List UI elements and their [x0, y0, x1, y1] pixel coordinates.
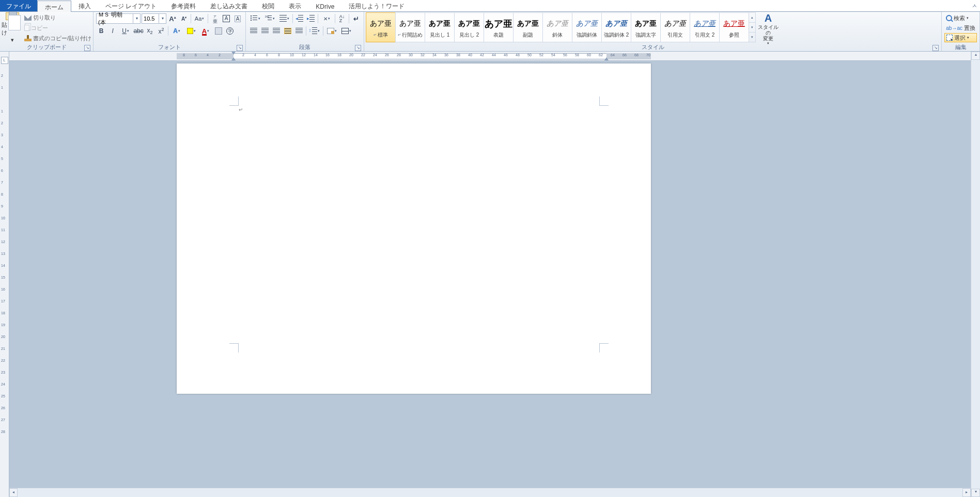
horizontal-scrollbar[interactable]: ◂ ▸ — [9, 488, 971, 497]
subscript-button[interactable]: x2 — [145, 26, 155, 36]
change-styles-icon: A — [765, 12, 772, 24]
style-item[interactable]: あア亜強調太字 — [631, 12, 661, 42]
style-item[interactable]: あア亜↵行間詰め — [395, 12, 425, 42]
style-item[interactable]: あア亜斜体 — [542, 12, 572, 42]
tab-references[interactable]: 参考資料 — [164, 0, 203, 11]
superscript-button[interactable]: x2 — [156, 26, 166, 36]
gallery-up-icon[interactable]: ▴ — [749, 13, 755, 23]
paragraph-mark-icon: ↵ — [239, 107, 243, 113]
align-center-button[interactable] — [260, 26, 270, 36]
vertical-scrollbar[interactable]: ▴ ▾ — [971, 52, 980, 497]
tab-file[interactable]: ファイル — [0, 0, 37, 11]
font-name-combo[interactable]: ＭＳ 明朝 (本▾ — [96, 13, 141, 24]
scroll-down-icon[interactable]: ▾ — [971, 489, 980, 497]
multilevel-list-button[interactable]: ▾ — [277, 13, 291, 24]
style-item[interactable]: あア亜参照 — [719, 12, 749, 42]
italic-button[interactable]: I — [107, 26, 118, 36]
font-color-button[interactable]: A▾ — [199, 26, 212, 36]
first-line-indent-marker[interactable] — [231, 52, 236, 55]
change-styles-button[interactable]: A スタイルの 変更 ▾ — [758, 12, 779, 45]
align-right-button[interactable] — [271, 26, 282, 36]
style-item[interactable]: あア亜副題 — [513, 12, 543, 42]
show-marks-button[interactable]: ↵ — [351, 13, 361, 24]
dialog-launcher-icon[interactable]: ↘ — [237, 45, 243, 51]
char-shading-button[interactable] — [213, 26, 224, 36]
line-spacing-button[interactable]: ▾ — [308, 26, 321, 36]
horizontal-ruler[interactable]: 8642246810121416182022242628303234363840… — [9, 52, 971, 61]
scroll-right-icon[interactable]: ▸ — [962, 488, 971, 497]
bullets-button[interactable]: ▾ — [248, 13, 262, 24]
style-item[interactable]: あア亜引用文 2 — [690, 12, 720, 42]
style-item[interactable]: あア亜引用文 — [660, 12, 690, 42]
page[interactable]: ↵ — [177, 63, 651, 394]
ribbon-collapse-icon[interactable]: ㅅ — [969, 0, 980, 11]
bold-button[interactable]: B — [96, 26, 106, 36]
style-item[interactable]: あア亜強調斜体 — [572, 12, 602, 42]
tab-tips[interactable]: 活用しよう！ワード — [341, 0, 412, 11]
shrink-font-button[interactable]: A▾ — [179, 13, 189, 24]
tab-mailings[interactable]: 差し込み文書 — [203, 0, 255, 11]
style-item[interactable]: あア亜↵標準 — [366, 12, 396, 42]
underline-button[interactable]: U▾ — [119, 26, 132, 36]
tab-kdrive[interactable]: KDrive — [308, 0, 341, 11]
gallery-scroll[interactable]: ▴ ▾ ▾ — [749, 12, 756, 42]
shading-button[interactable]: ▾ — [325, 26, 338, 36]
tab-selector[interactable]: L — [1, 57, 8, 64]
ruler-tick: 44 — [492, 53, 496, 57]
scroll-left-icon[interactable]: ◂ — [9, 488, 18, 497]
style-preview: あア亜 — [485, 16, 512, 31]
dialog-launcher-icon[interactable]: ↘ — [932, 45, 939, 51]
gallery-more-icon[interactable]: ▾ — [749, 33, 755, 42]
replace-button[interactable]: ab→ac置換 — [944, 23, 977, 33]
ruler-tick: 17 — [1, 299, 5, 303]
paste-button[interactable]: 貼り付け ▾ — [2, 12, 23, 43]
change-case-button[interactable]: Aa▾ — [193, 13, 206, 24]
clear-formatting-button[interactable]: A — [232, 13, 243, 24]
style-item[interactable]: あア亜見出し 1 — [425, 12, 455, 42]
strikethrough-button[interactable]: abc — [133, 26, 144, 36]
highlight-button[interactable]: ▾ — [184, 26, 198, 36]
style-item[interactable]: あア亜強調斜体 2 — [601, 12, 631, 42]
strikethrough-icon: abc — [133, 27, 143, 35]
tab-insert[interactable]: 挿入 — [71, 0, 98, 11]
style-preview: あア亜 — [664, 16, 686, 31]
borders-button[interactable]: ▾ — [339, 26, 353, 36]
format-painter-button[interactable]: 書式のコピー/貼り付け — [24, 35, 91, 42]
hanging-indent-marker[interactable] — [231, 57, 236, 60]
asian-layout-button[interactable]: ✕▾ — [320, 13, 333, 24]
align-left-button[interactable] — [248, 26, 259, 36]
chevron-down-icon[interactable]: ▾ — [133, 14, 140, 23]
copy-button[interactable]: コピー — [24, 24, 91, 32]
phonetic-guide-button[interactable]: ア亜 — [210, 13, 220, 24]
style-gallery[interactable]: あア亜↵標準あア亜↵行間詰めあア亜見出し 1あア亜見出し 2あア亜表題あア亜副題… — [366, 12, 749, 42]
tab-view[interactable]: 表示 — [282, 0, 308, 11]
align-distribute-button[interactable] — [294, 26, 304, 36]
gallery-down-icon[interactable]: ▾ — [749, 23, 755, 33]
enclose-char-button[interactable]: 字 — [225, 26, 235, 36]
style-preview: あア亜 — [605, 16, 627, 31]
style-item[interactable]: あア亜表題 — [484, 12, 514, 42]
align-justify-button[interactable] — [283, 26, 293, 36]
sort-button[interactable]: A↓Z — [337, 13, 347, 24]
font-size-combo[interactable]: 10.5▾ — [142, 13, 166, 24]
select-button[interactable]: 選択▾ — [944, 33, 977, 42]
dialog-launcher-icon[interactable]: ↘ — [355, 45, 361, 51]
tab-home[interactable]: ホーム — [37, 1, 71, 12]
vertical-ruler[interactable]: L 21123456789101112131415161718192021222… — [0, 52, 9, 497]
find-button[interactable]: 検索▾ — [944, 13, 977, 23]
scroll-up-icon[interactable]: ▴ — [971, 52, 980, 60]
style-item[interactable]: あア亜見出し 2 — [454, 12, 484, 42]
tab-review[interactable]: 校閲 — [255, 0, 282, 11]
cut-button[interactable]: 切り取り — [24, 14, 91, 22]
decrease-indent-button[interactable] — [294, 13, 305, 24]
document-canvas[interactable]: ↵ — [9, 61, 971, 488]
tab-page-layout[interactable]: ページ レイアウト — [98, 0, 164, 11]
text-effects-button[interactable]: A▾ — [170, 26, 183, 36]
dialog-launcher-icon[interactable]: ↘ — [84, 45, 90, 51]
chevron-down-icon[interactable]: ▾ — [159, 14, 166, 23]
char-border-button[interactable]: A — [221, 13, 231, 24]
grow-font-button[interactable]: A▴ — [167, 13, 178, 24]
right-indent-marker[interactable] — [604, 57, 609, 60]
increase-indent-button[interactable] — [306, 13, 316, 24]
numbering-button[interactable]: ▾ — [263, 13, 276, 24]
